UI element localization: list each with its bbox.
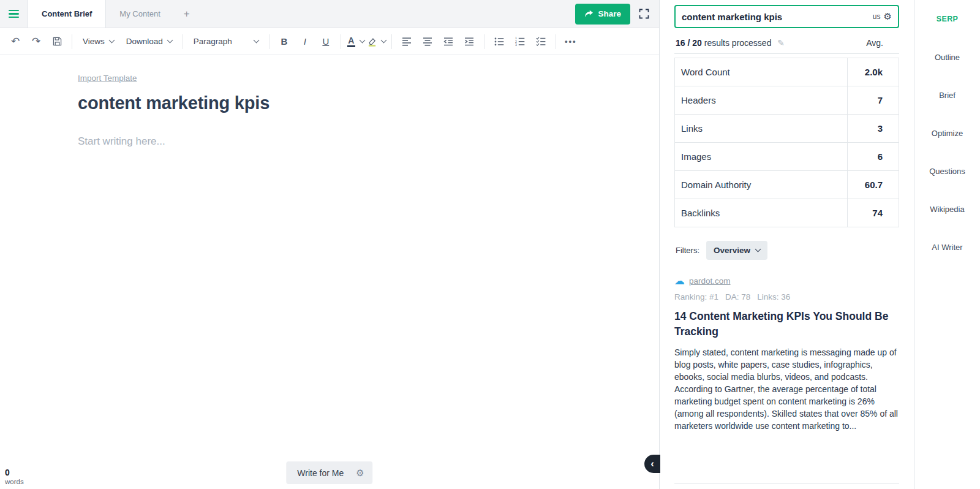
bold-button[interactable]: B — [274, 32, 295, 51]
results-processed: 16 / 20 results processed ✎ — [676, 38, 785, 48]
fullscreen-button[interactable] — [639, 9, 649, 19]
pencil-icon[interactable]: ✎ — [777, 38, 785, 48]
stat-row-word-count[interactable]: Word Count 2.0k — [675, 58, 899, 86]
serp-search-box[interactable]: us ⚙ — [674, 5, 899, 28]
redo-icon: ↷ — [32, 36, 40, 47]
toolbar-separator — [556, 34, 556, 49]
serp-stats-table: Word Count 2.0k Headers 7 Links 3 Images… — [674, 58, 899, 227]
tab-label: Content Brief — [42, 9, 92, 18]
filters-row: Filters: Overview — [674, 241, 899, 260]
save-button[interactable] — [47, 32, 67, 51]
redo-button[interactable]: ↷ — [26, 32, 47, 51]
menu-button[interactable] — [0, 0, 28, 28]
results-progress-row: 16 / 20 results processed ✎ Avg. — [674, 38, 899, 48]
stat-value: 7 — [848, 86, 899, 115]
stat-row-links[interactable]: Links 3 — [675, 115, 899, 143]
stat-label: Word Count — [675, 58, 848, 86]
collapse-panel-button[interactable]: ‹ — [644, 455, 660, 473]
serp-result: ☁ pardot.com Ranking: #1 DA: 78 Links: 3… — [674, 276, 899, 432]
download-label: Download — [126, 37, 163, 46]
document-title[interactable]: content marketing kpis — [78, 93, 622, 113]
nav-item-brief[interactable]: Brief — [914, 76, 980, 114]
document-area[interactable]: Import Template content marketing kpis S… — [0, 55, 659, 489]
avg-column-label: Avg. — [866, 38, 899, 48]
chevron-down-icon — [253, 37, 259, 44]
divider — [674, 483, 899, 484]
right-nav: SERP Outline Brief Optimize Questions Wi… — [914, 0, 980, 489]
download-dropdown[interactable]: Download — [120, 32, 178, 51]
add-tab-button[interactable]: + — [174, 0, 200, 28]
text-color-icon: A — [347, 36, 355, 47]
outdent-button[interactable] — [438, 32, 459, 51]
indent-icon — [464, 37, 474, 46]
stat-value: 6 — [848, 143, 899, 171]
undo-icon: ↶ — [11, 36, 20, 47]
toolbar-separator — [391, 34, 392, 49]
numbered-list-button[interactable]: 123 — [510, 32, 530, 51]
word-count-label: words — [5, 478, 24, 485]
search-query-input[interactable] — [682, 12, 835, 22]
stat-row-images[interactable]: Images 6 — [675, 143, 899, 171]
svg-text:3: 3 — [515, 43, 517, 46]
stat-row-domain-authority[interactable]: Domain Authority 60.7 — [675, 171, 899, 199]
paragraph-style-dropdown[interactable]: Paragraph — [187, 32, 265, 51]
tab-my-content[interactable]: My Content — [106, 0, 173, 28]
indent-button[interactable] — [459, 32, 480, 51]
divider — [674, 53, 899, 54]
views-dropdown[interactable]: Views — [77, 32, 120, 51]
result-da: DA: 78 — [725, 292, 750, 301]
underline-button[interactable]: U — [315, 32, 336, 51]
nav-item-optimize[interactable]: Optimize — [914, 114, 980, 152]
nav-item-outline[interactable]: Outline — [914, 38, 980, 76]
write-for-me-button[interactable]: Write for Me ⚙ — [286, 461, 372, 484]
search-settings-gear-icon[interactable]: ⚙ — [884, 11, 892, 22]
editor-toolbar: ↶ ↷ Views Download Paragraph — [0, 28, 659, 55]
check-list-icon — [536, 37, 546, 46]
result-links: Links: 36 — [757, 292, 790, 301]
stat-label: Links — [675, 115, 848, 143]
undo-button[interactable]: ↶ — [5, 32, 26, 51]
stat-row-backlinks[interactable]: Backlinks 74 — [675, 199, 899, 227]
share-button[interactable]: Share — [575, 4, 630, 25]
align-center-button[interactable] — [417, 32, 438, 51]
toolbar-separator — [183, 34, 183, 49]
filters-label: Filters: — [676, 246, 699, 255]
chevron-down-icon — [108, 37, 115, 44]
align-left-button[interactable] — [396, 32, 417, 51]
tab-bar: Content Brief My Content + Share — [0, 0, 659, 28]
nav-item-ai-writer[interactable]: AI Writer — [914, 228, 980, 266]
editor-placeholder[interactable]: Start writing here... — [78, 135, 622, 148]
check-list-button[interactable] — [530, 32, 551, 51]
align-left-icon — [402, 37, 412, 46]
nav-item-questions[interactable]: Questions — [914, 152, 980, 190]
paragraph-label: Paragraph — [194, 37, 232, 46]
share-label: Share — [598, 9, 621, 18]
highlighter-icon — [368, 37, 377, 47]
serp-panel: us ⚙ 16 / 20 results processed ✎ Avg. Wo… — [659, 0, 914, 489]
result-title[interactable]: 14 Content Marketing KPIs You Should Be … — [674, 309, 899, 339]
toolbar-separator — [484, 34, 484, 49]
nav-item-wikipedia[interactable]: Wikipedia — [914, 190, 980, 228]
result-ranking: Ranking: #1 — [674, 292, 718, 301]
stat-label: Domain Authority — [675, 171, 848, 199]
import-template-link[interactable]: Import Template — [78, 74, 137, 83]
nav-item-serp[interactable]: SERP — [914, 0, 980, 38]
tab-content-brief[interactable]: Content Brief — [28, 0, 106, 28]
country-label[interactable]: us — [873, 12, 881, 21]
more-options-button[interactable]: ••• — [560, 32, 581, 51]
filter-selected-value: Overview — [714, 246, 750, 255]
word-count-value: 0 — [5, 468, 24, 477]
fullscreen-icon — [639, 9, 649, 19]
chevron-down-icon — [755, 246, 761, 252]
highlight-color-button[interactable] — [366, 32, 387, 51]
stat-row-headers[interactable]: Headers 7 — [675, 86, 899, 115]
text-color-button[interactable]: A — [345, 32, 366, 51]
result-domain-link[interactable]: pardot.com — [689, 276, 731, 286]
stat-value: 74 — [848, 199, 899, 227]
stat-value: 3 — [848, 115, 899, 143]
write-for-me-label: Write for Me — [286, 468, 352, 478]
filter-dropdown[interactable]: Overview — [706, 241, 767, 260]
bullet-list-button[interactable] — [489, 32, 510, 51]
italic-button[interactable]: I — [295, 32, 315, 51]
gear-icon[interactable]: ⚙ — [352, 468, 372, 479]
